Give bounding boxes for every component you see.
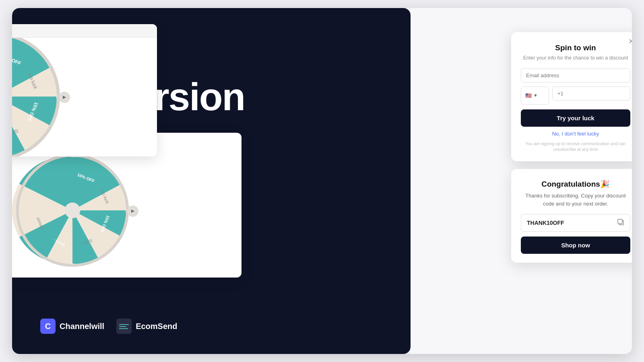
email-input[interactable] — [521, 68, 630, 82]
logos-area: C Channelwill EcomSend — [40, 319, 382, 334]
no-lucky-link[interactable]: No, I don't feel lucky — [521, 131, 630, 137]
browser-mockup-top: Free shipping Almost 10% OFF No luck 15%… — [12, 24, 157, 156]
svg-marker-25 — [131, 210, 134, 213]
shop-now-button[interactable]: Shop now — [521, 237, 630, 254]
left-panel: High Conversion Rate Easily create opt-i… — [12, 8, 411, 354]
copy-button[interactable] — [611, 214, 630, 231]
main-container: High Conversion Rate Easily create opt-i… — [12, 8, 632, 354]
svg-marker-14 — [63, 96, 66, 99]
phone-row: 🇺🇸 ▼ — [521, 86, 630, 105]
discount-code-row — [521, 214, 630, 232]
svg-rect-2 — [119, 328, 128, 329]
spin-subtitle: Enter your info for the chance to win a … — [521, 55, 630, 62]
right-panel: ✕ Spin to win Enter your info for the ch… — [411, 8, 632, 354]
ecosend-logo: EcomSend — [116, 319, 177, 334]
svg-rect-1 — [119, 326, 126, 327]
channelwill-logo: C Channelwill — [40, 319, 104, 334]
congrats-message: Thanks for subscribing. Copy your discou… — [521, 192, 630, 208]
channelwill-icon: C — [40, 319, 56, 334]
flag-selector[interactable]: 🇺🇸 ▼ — [521, 86, 549, 105]
disclaimer-text: You are signing up to receive communicat… — [521, 141, 630, 152]
wheel-arrow-bottom — [127, 206, 138, 217]
wheel-bottom: Free shipping Almost 10% OFF No luck 15%… — [12, 150, 133, 272]
wheel-area-top: Free shipping Almost 10% OFF No luck 15%… — [12, 38, 157, 156]
try-luck-button[interactable]: Try your luck — [521, 109, 630, 127]
close-button[interactable]: ✕ — [628, 37, 632, 46]
spin-to-win-panel: ✕ Spin to win Enter your info for the ch… — [511, 32, 632, 161]
svg-point-23 — [65, 203, 80, 218]
phone-input[interactable] — [552, 86, 630, 101]
ecosend-label: EcomSend — [136, 322, 177, 331]
spin-title: Spin to win — [521, 43, 630, 52]
wheel-arrow-top — [59, 92, 70, 103]
browser-bar-top — [12, 24, 157, 38]
svg-rect-27 — [618, 219, 622, 224]
congrats-panel: Congratulations🎉 Thanks for subscribing.… — [511, 169, 632, 263]
congrats-title: Congratulations🎉 — [521, 179, 630, 189]
svg-rect-0 — [119, 324, 129, 325]
wheel-top: Free shipping Almost 10% OFF No luck 15%… — [12, 38, 64, 156]
channelwill-label: Channelwill — [60, 322, 104, 331]
wheel-svg-top: Free shipping Almost 10% OFF No luck 15%… — [12, 38, 64, 156]
wheel-svg-bottom: Free shipping Almost 10% OFF No luck 15%… — [12, 150, 133, 271]
discount-code-input[interactable] — [521, 216, 611, 230]
ecosend-icon — [116, 319, 132, 334]
